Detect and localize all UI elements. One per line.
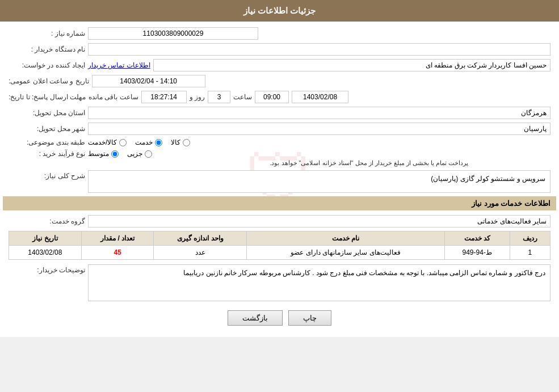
- mohlat-saat-value: 09:00: [255, 91, 289, 103]
- group-label: گروه خدمت:: [9, 217, 88, 225]
- page-title: جزئیات اطلاعات نیاز: [0, 0, 559, 22]
- farayand-option-jozi[interactable]: جزیی: [127, 150, 152, 158]
- ostan-label: استان محل تحویل:: [9, 109, 88, 117]
- tabaqe-kala-khedmat-label: کالا/خدمت: [88, 138, 117, 146]
- farayand-radio-jozi[interactable]: [145, 150, 152, 158]
- shahr-value: پارسیان: [88, 123, 550, 135]
- nam-dastgah-value: [88, 43, 550, 56]
- shomare-niaz-label: شماره نیاز :: [9, 29, 88, 37]
- tabaqe-option-khedmat[interactable]: خدمت: [135, 138, 162, 146]
- shomare-niaz-value: 1103003809000029: [88, 27, 258, 40]
- print-button[interactable]: چاپ: [288, 310, 331, 326]
- noe-farayand-label: نوع فرآیند خرید :: [9, 150, 88, 158]
- table-row: 1ط-94-949فعالیت‌های سایر سازمانهای دارای…: [9, 246, 550, 260]
- services-table: ردیف کد خدمت نام خدمت واحد اندازه گیری ت…: [9, 231, 550, 260]
- farayand-motvaset-label: متوسط: [88, 150, 109, 158]
- back-button[interactable]: بازگشت: [228, 310, 283, 326]
- farayand-warning: پرداخت تمام یا بخشی از مبلغ خریدار از مح…: [270, 159, 468, 166]
- tarikh-label: تاریخ و ساعت اعلان عمومی:: [9, 77, 92, 85]
- sharh-label: شرح کلی نیاز:: [9, 170, 88, 180]
- tabaqe-khedmat-label: خدمت: [135, 138, 153, 146]
- description-value: درج فاکتور و شماره تماس الزامی میباشد. ب…: [88, 264, 550, 301]
- buttons-row: چاپ بازگشت: [9, 305, 550, 331]
- col-code: کد خدمت: [444, 231, 510, 246]
- mohlat-remaining-label: ساعت باقی مانده: [89, 93, 138, 101]
- farayand-radio-motvaset[interactable]: [111, 150, 119, 158]
- noe-farayand-radio-group: متوسط جزیی: [88, 150, 152, 158]
- farayand-option-motvaset[interactable]: متوسط: [88, 150, 119, 158]
- col-unit: واحد اندازه گیری: [154, 231, 247, 246]
- mohlat-date-value: 1403/02/08: [292, 91, 348, 103]
- tabaqe-kala-label: کالا: [171, 138, 180, 146]
- tabaqe-radio-kala[interactable]: [183, 139, 190, 146]
- mohlat-rooz-label: روز و: [190, 93, 205, 101]
- col-radif: ردیف: [510, 231, 550, 246]
- group-value: سایر فعالیت‌های خدماتی: [88, 215, 550, 227]
- ijtamas-link[interactable]: اطلاعات تماس خریدار: [88, 61, 150, 69]
- col-date: تاریخ نیاز: [9, 231, 82, 246]
- services-section-header: اطلاعات خدمات مورد نیاز: [3, 196, 556, 210]
- tabaqe-label: طبقه بندی موضوعی:: [9, 138, 88, 146]
- ijad-konande-value: حسین افسا کاربردار شرکت برق منطقه ای: [153, 59, 550, 71]
- tabaqe-option-kala-khedmat[interactable]: کالا/خدمت: [88, 138, 127, 146]
- tarikh-value: 1403/02/04 - 14:10: [92, 75, 205, 87]
- nam-dastgah-label: نام دستگاه خریدار :: [9, 45, 88, 53]
- mohlat-saat-label: ساعت: [233, 93, 252, 101]
- tabaqe-option-kala[interactable]: کالا: [171, 138, 190, 146]
- mohlat-label: مهلت ارسال پاسخ: تا تاریخ:: [9, 93, 89, 101]
- mohlat-rooz-value: 3: [208, 91, 230, 103]
- tabaqe-radio-khedmat[interactable]: [155, 139, 162, 146]
- col-name: نام خدمت: [247, 231, 445, 246]
- description-label: توضیحات خریدار:: [9, 264, 88, 274]
- tabaqe-radio-group: کالا/خدمت خدمت کالا: [88, 138, 190, 146]
- farayand-jozi-label: جزیی: [127, 150, 142, 158]
- ijad-konande-label: ایجاد کننده در خواست:: [9, 61, 88, 69]
- tabaqe-radio-kala-khedmat[interactable]: [119, 139, 127, 146]
- sharh-value: سرویس و شستشو کولر گازی (پارسیان): [88, 170, 550, 193]
- shahr-label: شهر محل تحویل:: [9, 125, 88, 133]
- mohlat-remaining-value: 18:27:14: [141, 91, 187, 103]
- col-quantity: تعداد / مقدار: [81, 231, 154, 246]
- ostan-value: هرمزگان: [88, 107, 550, 119]
